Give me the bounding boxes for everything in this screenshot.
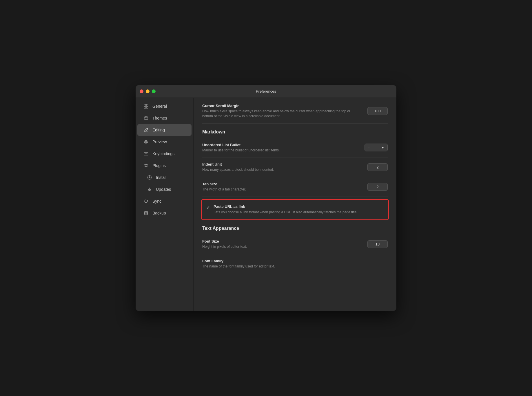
plugins-icon [143,163,149,168]
paste-url-desc: Lets you choose a link format when pasti… [214,210,358,215]
font-size-desc: Height in pixels of editor text. [202,244,362,249]
paste-url-content: Paste URL as link Lets you choose a link… [214,204,358,215]
svg-point-6 [147,117,147,118]
indent-unit-control [367,163,388,171]
unordered-list-bullet-label: Unordered List Bullet [202,143,359,147]
tab-size-control [367,183,388,191]
sidebar-item-label: Updates [156,187,171,192]
indent-unit-info: Indent Unit How many spaces a block shou… [202,162,367,172]
cursor-scroll-margin-label: Cursor Scroll Margin [202,104,362,108]
window-content: General Themes [136,98,396,311]
dropdown-value: - [368,145,369,150]
svg-rect-1 [146,104,148,106]
tab-size-input[interactable] [367,183,388,191]
sidebar-item-label: Install [156,175,167,180]
font-size-info: Font Size Height in pixels of editor tex… [202,239,367,249]
unordered-list-bullet-info: Unordered List Bullet Marker to use for … [202,143,365,153]
cursor-scroll-margin-desc: How much extra space to always keep abov… [202,109,362,119]
sidebar-item-editing[interactable]: Editing [137,124,192,136]
font-family-desc: The name of the font family used for edi… [202,264,382,269]
cursor-scroll-margin-info: Cursor Scroll Margin How much extra spac… [202,104,367,119]
font-family-label: Font Family [202,259,382,263]
font-size-input[interactable] [367,240,388,248]
sidebar-item-label: Preview [152,140,167,144]
cursor-scroll-margin-control [367,107,388,115]
svg-rect-0 [144,104,146,106]
editing-icon [143,127,149,133]
sidebar-item-sync[interactable]: Sync [137,195,192,207]
font-size-control [367,240,388,248]
svg-point-10 [144,211,148,213]
unordered-list-bullet-desc: Marker to use for the bullet of unordere… [202,148,359,153]
sidebar-item-keybindings[interactable]: Keybindings [137,148,192,160]
sidebar-item-themes[interactable]: Themes [137,112,192,124]
sidebar-item-plugins[interactable]: Plugins [137,160,192,171]
sidebar-item-label: Themes [152,116,167,120]
unordered-list-bullet-dropdown[interactable]: - ▾ [365,144,388,151]
general-icon [143,103,149,109]
sidebar-item-label: Plugins [152,163,166,168]
sidebar-item-backup[interactable]: Backup [137,207,192,219]
minimize-button[interactable] [146,89,150,93]
window-title: Preferences [256,89,276,94]
indent-unit-input[interactable] [367,163,388,171]
text-appearance-header: Text Appearance [202,226,388,231]
sidebar-item-general[interactable]: General [137,100,192,112]
tab-size-desc: The width of a tab character. [202,187,362,192]
sidebar-item-label: Keybindings [152,151,174,156]
svg-rect-2 [144,107,146,108]
sidebar-item-label: Editing [152,128,165,132]
indent-unit-row: Indent Unit How many spaces a block shou… [202,157,388,177]
backup-icon [143,210,149,216]
tab-size-row: Tab Size The width of a tab character. [202,177,388,197]
svg-rect-3 [146,107,148,108]
sidebar-item-label: Backup [152,211,166,215]
preferences-window: Preferences General [136,85,396,311]
traffic-lights [140,89,156,93]
install-icon [147,175,152,180]
updates-icon [147,186,152,192]
sync-icon [143,198,149,204]
indent-unit-desc: How many spaces a block should be indent… [202,167,362,172]
checkmark-icon: ✓ [206,205,210,210]
maximize-button[interactable] [152,89,156,93]
markdown-header: Markdown [202,129,388,135]
sidebar: General Themes [136,98,194,311]
indent-unit-label: Indent Unit [202,162,362,166]
svg-point-7 [145,141,147,143]
sidebar-item-install[interactable]: Install [137,172,192,183]
sidebar-item-preview[interactable]: Preview [137,136,192,148]
tab-size-info: Tab Size The width of a tab character. [202,182,367,192]
font-size-row: Font Size Height in pixels of editor tex… [202,234,388,254]
sidebar-item-label: General [152,104,167,109]
paste-url-row: ✓ Paste URL as link Lets you choose a li… [201,199,389,220]
sidebar-item-label: Sync [152,199,161,204]
font-size-label: Font Size [202,239,362,243]
close-button[interactable] [140,89,143,93]
themes-icon [143,115,149,121]
cursor-scroll-margin-row: Cursor Scroll Margin How much extra spac… [202,104,388,124]
font-family-info: Font Family The name of the font family … [202,259,388,269]
svg-point-5 [145,117,146,118]
font-family-row: Font Family The name of the font family … [202,254,388,274]
sidebar-item-updates[interactable]: Updates [137,184,192,195]
dropdown-arrow-icon: ▾ [382,145,384,150]
preview-icon [143,139,149,145]
titlebar: Preferences [136,85,396,98]
cursor-scroll-margin-input[interactable] [367,107,388,115]
unordered-list-bullet-row: Unordered List Bullet Marker to use for … [202,138,388,158]
keybindings-icon [143,151,149,157]
paste-url-label: Paste URL as link [214,204,358,209]
main-panel: Cursor Scroll Margin How much extra spac… [194,98,396,311]
tab-size-label: Tab Size [202,182,362,186]
unordered-list-bullet-control: - ▾ [365,144,388,151]
